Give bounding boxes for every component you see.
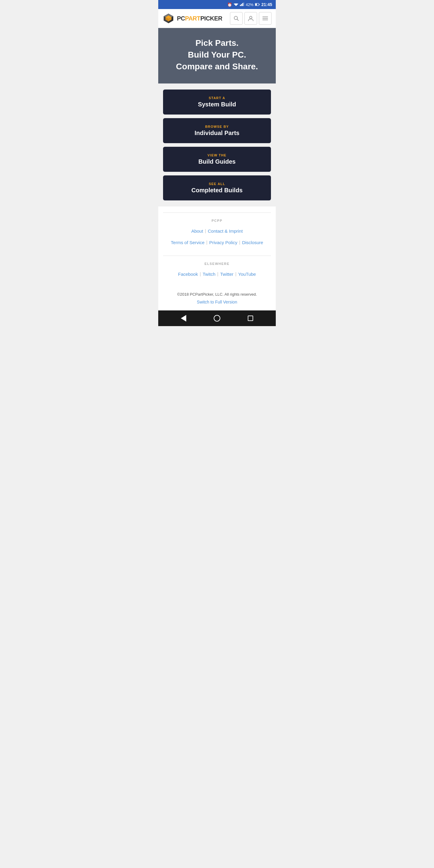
svg-rect-4 (242, 3, 243, 6)
search-icon (234, 16, 239, 21)
elsewhere-label: ELSEWHERE (163, 262, 271, 266)
contact-link[interactable]: Contact & Imprint (208, 227, 243, 236)
time-display: 21:45 (261, 2, 272, 7)
android-nav-bar (158, 310, 276, 326)
social-links: Facebook | Twitch | Twitter | YouTube (163, 270, 271, 279)
signal-icon (240, 2, 244, 7)
youtube-link[interactable]: YouTube (238, 270, 256, 279)
menu-button[interactable] (259, 12, 272, 25)
hero-banner: Pick Parts. Build Your PC. Compare and S… (158, 28, 276, 84)
battery-text: 42% (246, 2, 253, 7)
svg-point-18 (250, 16, 252, 19)
svg-rect-2 (240, 5, 241, 6)
disclosure-link[interactable]: Disclosure (242, 238, 263, 247)
status-icons: ⏰ 42% (227, 2, 272, 7)
user-button[interactable] (244, 12, 257, 25)
privacy-link[interactable]: Privacy Policy (209, 238, 237, 247)
footer: PCPP About | Contact & Imprint Terms of … (158, 207, 276, 310)
pcpp-section: PCPP About | Contact & Imprint Terms of … (163, 213, 271, 255)
svg-line-17 (237, 19, 239, 21)
twitter-link[interactable]: Twitter (220, 270, 233, 279)
build-guides-button[interactable]: VIEW THE Build Guides (163, 147, 271, 172)
main-actions: START A System Build BROWSE BY Individua… (158, 84, 276, 207)
copyright-text: ©2018 PCPartPicker, LLC. All rights rese… (163, 292, 271, 297)
individual-parts-button[interactable]: BROWSE BY Individual Parts (163, 118, 271, 143)
alarm-icon: ⏰ (227, 2, 232, 7)
elsewhere-section: ELSEWHERE Facebook | Twitch | Twitter | … (163, 255, 271, 287)
about-link[interactable]: About (191, 227, 203, 236)
pcpp-links-row2: Terms of Service | Privacy Policy | Disc… (163, 238, 271, 247)
logo-icon (162, 12, 175, 24)
home-button[interactable] (214, 315, 220, 321)
wifi-icon (234, 2, 239, 7)
nav-buttons (230, 12, 272, 25)
logo: PCPARTPICKER (162, 12, 222, 24)
hero-text: Pick Parts. Build Your PC. Compare and S… (164, 37, 270, 73)
pcpp-label: PCPP (163, 219, 271, 222)
svg-rect-5 (244, 2, 244, 6)
status-bar: ⏰ 42% (158, 0, 276, 9)
back-button[interactable] (181, 315, 186, 321)
svg-rect-3 (241, 4, 242, 6)
search-button[interactable] (230, 12, 243, 25)
svg-rect-8 (259, 4, 260, 5)
switch-version-link[interactable]: Switch to Full Version (163, 300, 271, 304)
pcpp-links-row1: About | Contact & Imprint (163, 227, 271, 236)
logo-text: PCPARTPICKER (177, 15, 222, 22)
hamburger-icon (262, 16, 268, 21)
battery-icon (255, 2, 260, 7)
system-build-button[interactable]: START A System Build (163, 90, 271, 115)
header: PCPARTPICKER (158, 9, 276, 28)
recents-button[interactable] (248, 315, 253, 321)
user-icon (248, 16, 253, 21)
twitch-link[interactable]: Twitch (203, 270, 216, 279)
tos-link[interactable]: Terms of Service (171, 238, 205, 247)
completed-builds-button[interactable]: SEE ALL Completed Builds (163, 176, 271, 200)
facebook-link[interactable]: Facebook (178, 270, 198, 279)
